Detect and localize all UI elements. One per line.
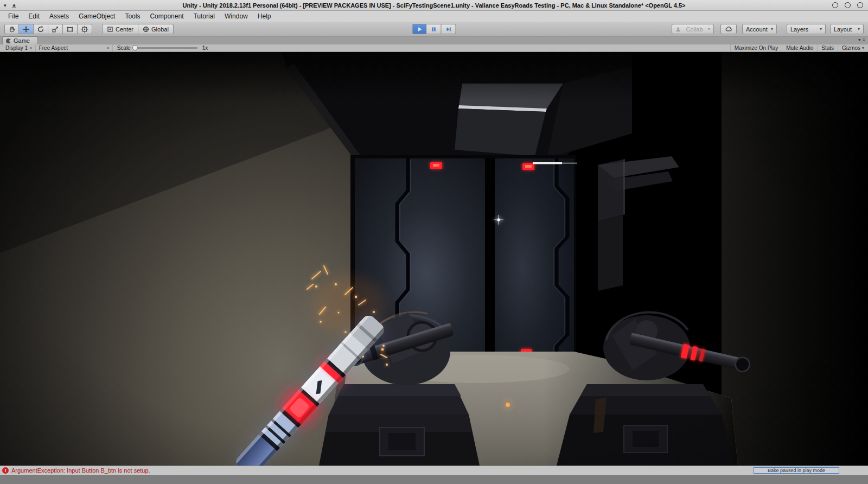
game-tab-label: Game	[14, 37, 30, 44]
game-view-toolbar: Display 1 ▾ Free Aspect ▾ Scale 1x Maxim…	[0, 44, 868, 52]
transform-tool-icon	[81, 26, 88, 33]
window-minimize-button[interactable]	[832, 2, 838, 8]
collab-label: Collab	[686, 26, 703, 33]
rotate-tool-button[interactable]	[34, 24, 48, 34]
rect-tool-icon	[66, 26, 74, 33]
game-view-icon	[5, 38, 11, 44]
panel-options-icon[interactable]: ▾	[858, 37, 860, 42]
game-scene	[0, 52, 868, 466]
bake-status-box[interactable]: Bake paused in play mode	[754, 467, 839, 474]
account-label: Account	[746, 26, 768, 33]
cloud-icon	[725, 26, 732, 32]
console-error-message[interactable]: ArgumentException: Input Button B_btn is…	[11, 467, 150, 474]
move-tool-button[interactable]	[19, 24, 34, 34]
scale-tool-button[interactable]	[48, 24, 63, 34]
menu-component[interactable]: Component	[145, 11, 188, 22]
step-icon	[445, 26, 452, 33]
transform-tool-button[interactable]	[78, 24, 92, 34]
panel-menu-icon[interactable]: ≡	[863, 37, 865, 42]
bake-status-label: Bake paused in play mode	[768, 468, 825, 473]
scale-value: 1x	[202, 45, 208, 51]
scale-slider[interactable]	[133, 47, 197, 49]
window-close-button[interactable]	[857, 2, 863, 8]
coordinate-space-label: Global	[151, 26, 169, 33]
rect-tool-button[interactable]	[63, 24, 78, 34]
center-pivot-icon	[107, 26, 113, 33]
menu-edit[interactable]: Edit	[23, 11, 44, 22]
stats-label: Stats	[821, 45, 834, 51]
mute-audio-label: Mute Audio	[786, 45, 813, 51]
menu-bar: File Edit Assets GameObject Tools Compon…	[0, 11, 868, 22]
pause-icon	[431, 26, 437, 33]
move-tool-icon	[22, 26, 30, 33]
title-bar: ▾ ▲ Unity - Unity 2018.2.13f1 Personal (…	[0, 0, 868, 11]
window-maximize-button[interactable]	[845, 2, 851, 8]
collab-dropdown-arrow: ▾	[708, 27, 710, 31]
vignette	[0, 52, 868, 466]
hand-tool-icon	[8, 26, 16, 33]
layers-button[interactable]: Layers ▾	[787, 24, 826, 34]
game-viewport[interactable]	[0, 52, 868, 466]
chevron-down-icon[interactable]: ▾	[4, 3, 7, 8]
status-bar[interactable]: ! ArgumentException: Input Button B_btn …	[0, 466, 868, 475]
layers-dropdown-arrow: ▾	[820, 27, 822, 31]
scale-tool-icon	[52, 26, 59, 33]
layout-dropdown-arrow: ▾	[858, 27, 860, 31]
collab-button[interactable]: Collab ▾	[672, 24, 714, 34]
main-toolbar: Center Global Collab ▾ Account ▾	[0, 22, 868, 36]
mute-audio-toggle[interactable]: Mute Audio	[782, 44, 817, 52]
panel-tab-strip: Game ▾ ≡	[0, 36, 868, 44]
scale-label: Scale	[117, 45, 131, 51]
eject-icon[interactable]: ▲	[12, 3, 17, 8]
maximize-on-play-label: Maximize On Play	[735, 45, 778, 51]
layers-label: Layers	[790, 26, 808, 33]
aspect-dropdown-arrow: ▾	[107, 46, 109, 50]
gizmos-dropdown-arrow: ▾	[862, 46, 864, 50]
layout-button[interactable]: Layout ▾	[830, 24, 864, 34]
aspect-ratio-selector[interactable]: Free Aspect ▾	[36, 44, 113, 52]
account-button[interactable]: Account ▾	[742, 24, 777, 34]
gizmos-label: Gizmos	[842, 45, 860, 51]
coordinate-space-button[interactable]: Global	[138, 24, 174, 34]
menu-file[interactable]: File	[3, 11, 23, 22]
scale-slider-thumb[interactable]	[132, 45, 138, 50]
menu-tutorial[interactable]: Tutorial	[188, 11, 220, 22]
stats-toggle[interactable]: Stats	[817, 44, 838, 52]
menu-window[interactable]: Window	[220, 11, 253, 22]
gizmos-dropdown[interactable]: Gizmos▾	[838, 44, 868, 52]
aspect-selector-label: Free Aspect	[39, 45, 68, 51]
error-icon: !	[2, 467, 9, 474]
maximize-on-play-toggle[interactable]: Maximize On Play	[730, 44, 782, 52]
window-bottom-strip	[0, 475, 868, 484]
menu-gameobject[interactable]: GameObject	[74, 11, 120, 22]
collab-person-icon	[675, 27, 681, 32]
play-icon	[416, 26, 423, 33]
layout-label: Layout	[834, 26, 852, 33]
display-dropdown-arrow: ▾	[30, 46, 32, 50]
display-selector[interactable]: Display 1 ▾	[2, 44, 36, 52]
window-title: Unity - Unity 2018.2.13f1 Personal (64bi…	[0, 2, 868, 9]
globe-icon	[143, 26, 149, 33]
pivot-mode-label: Center	[116, 26, 133, 33]
pause-button[interactable]	[427, 24, 442, 34]
pivot-mode-button[interactable]: Center	[102, 24, 138, 34]
play-button[interactable]	[412, 24, 427, 34]
step-button[interactable]	[442, 24, 456, 34]
tab-game[interactable]: Game	[2, 36, 38, 44]
display-selector-label: Display 1	[5, 45, 28, 51]
hand-tool-button[interactable]	[4, 24, 19, 34]
menu-help[interactable]: Help	[253, 11, 276, 22]
cloud-button[interactable]	[720, 24, 737, 34]
account-dropdown-arrow: ▾	[771, 27, 773, 31]
rotate-tool-icon	[37, 26, 44, 33]
menu-tools[interactable]: Tools	[120, 11, 145, 22]
menu-assets[interactable]: Assets	[44, 11, 74, 22]
